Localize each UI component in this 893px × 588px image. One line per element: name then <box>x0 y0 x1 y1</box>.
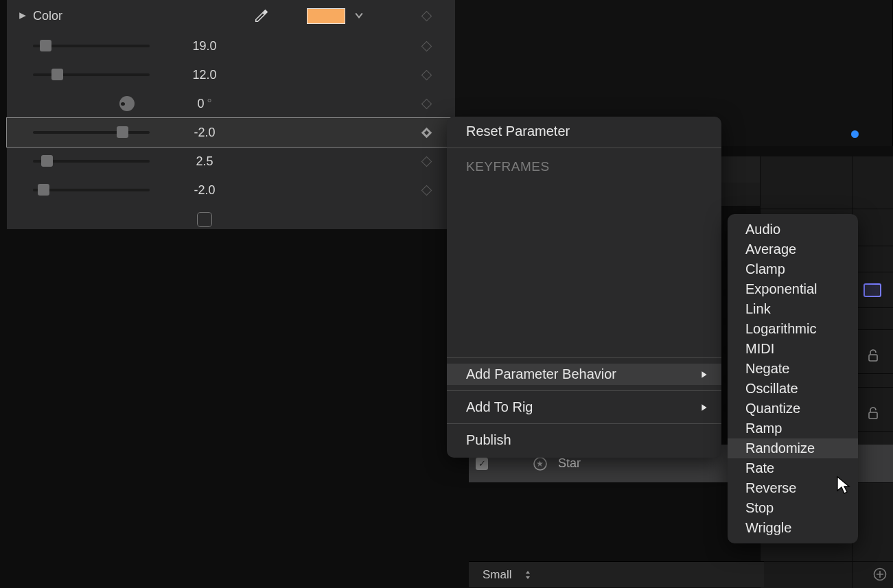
submenu-item-audio[interactable]: Audio <box>728 220 858 239</box>
add-button-icon[interactable] <box>872 567 888 582</box>
submenu-item-oscillate[interactable]: Oscillate <box>728 379 858 399</box>
param-row-spike-angle: Spike Angle 0 ° <box>7 89 455 118</box>
submenu-item-clamp[interactable]: Clamp <box>728 259 858 279</box>
value-spike-scale[interactable]: 12.0 <box>167 68 242 82</box>
submenu-item-quantize[interactable]: Quantize <box>728 399 858 419</box>
zoom-selector[interactable]: Small <box>469 561 764 587</box>
svg-rect-1 <box>869 412 877 419</box>
submenu-item-stop[interactable]: Stop <box>728 498 858 518</box>
param-row-spike-scale: Spike Scale 12.0 <box>7 60 455 89</box>
submenu-item-randomize[interactable]: Randomize <box>728 438 858 458</box>
param-row-publish-osc: Publish OSC <box>7 204 455 235</box>
keyframe-toggle[interactable] <box>419 0 433 32</box>
lock-icon[interactable] <box>867 406 881 421</box>
color-swatch[interactable] <box>307 8 345 24</box>
menu-item-add-parameter-behavior[interactable]: Add Parameter Behavior <box>447 364 721 385</box>
menu-section-keyframes: KEYFRAMES <box>447 154 721 177</box>
inspector-panel: Color Radius 19.0 Spike Scale 12.0 <box>7 0 455 229</box>
menu-item-label: Add To Rig <box>466 399 533 415</box>
value-radius[interactable]: 19.0 <box>167 39 242 54</box>
keyframe-toggle[interactable] <box>419 147 433 176</box>
menu-item-add-to-rig[interactable]: Add To Rig <box>447 397 721 418</box>
disclosure-triangle-icon[interactable] <box>12 12 33 20</box>
slider-spike-width[interactable] <box>33 160 150 163</box>
param-row-radius: Radius 19.0 <box>7 32 455 60</box>
param-row-epsilon: Epsilon -2.0 <box>7 176 455 204</box>
keyframe-toggle-active[interactable] <box>419 118 433 147</box>
active-frame-icon[interactable] <box>863 283 881 297</box>
menu-item-reset-parameter[interactable]: Reset Parameter <box>447 121 721 142</box>
chevron-down-icon[interactable] <box>355 12 364 19</box>
submenu-item-link[interactable]: Link <box>728 299 858 319</box>
value-epsilon[interactable]: -2.0 <box>167 183 242 198</box>
submenu-item-negate[interactable]: Negate <box>728 359 858 379</box>
submenu-item-exponential[interactable]: Exponential <box>728 279 858 299</box>
submenu-item-average[interactable]: Average <box>728 239 858 259</box>
canvas-handle-icon[interactable] <box>851 130 859 138</box>
angle-dial-icon[interactable] <box>119 96 135 111</box>
color-swatch-area <box>270 8 364 24</box>
slider-spike-scale[interactable] <box>33 73 150 76</box>
value-spike-width[interactable]: 2.5 <box>167 154 242 169</box>
publish-osc-checkbox[interactable] <box>197 212 212 227</box>
keyframe-toggle[interactable] <box>419 60 433 89</box>
keyframe-toggle[interactable] <box>419 89 433 118</box>
slider-epsilon[interactable] <box>33 189 150 191</box>
slider-radius[interactable] <box>33 45 150 47</box>
submenu-arrow-icon <box>701 403 708 412</box>
eyedropper-icon[interactable] <box>253 8 270 24</box>
submenu-item-logarithmic[interactable]: Logarithmic <box>728 319 858 339</box>
shape-star-icon <box>532 456 548 472</box>
submenu-item-rate[interactable]: Rate <box>728 458 858 478</box>
svg-rect-0 <box>869 355 877 361</box>
menu-item-label: Add Parameter Behavior <box>466 366 616 382</box>
lock-icon[interactable] <box>867 349 881 364</box>
zoom-label: Small <box>483 568 512 582</box>
parameter-context-menu: Reset Parameter KEYFRAMES Show In Keyfra… <box>447 117 721 458</box>
submenu-item-midi[interactable]: MIDI <box>728 339 858 359</box>
param-row-color: Color <box>7 0 455 32</box>
value-spike-angle[interactable]: 0 ° <box>167 97 242 111</box>
parameter-behavior-submenu: AudioAverageClampExponentialLinkLogarith… <box>728 214 858 543</box>
value-spike-opacity[interactable]: -2.0 <box>167 126 242 140</box>
param-row-spike-opacity: Spike Opacity -2.0 <box>7 118 455 147</box>
angle-unit: ° <box>207 97 211 111</box>
submenu-arrow-icon <box>701 371 708 379</box>
keyframe-toggle[interactable] <box>419 32 433 60</box>
param-label: Color <box>33 9 136 23</box>
submenu-item-reverse[interactable]: Reverse <box>728 478 858 498</box>
keyframe-toggle[interactable] <box>419 176 433 204</box>
stepper-icon[interactable] <box>524 569 531 580</box>
menu-item-publish[interactable]: Publish <box>447 430 721 451</box>
submenu-item-ramp[interactable]: Ramp <box>728 419 858 438</box>
param-row-spike-width: Spike Width 2.5 <box>7 147 455 176</box>
layer-name: Star <box>558 456 581 471</box>
angle-value: 0 <box>197 97 204 111</box>
submenu-item-wriggle[interactable]: Wriggle <box>728 518 858 538</box>
slider-spike-opacity[interactable] <box>33 131 150 134</box>
layer-enable-checkbox[interactable]: ✓ <box>476 458 488 470</box>
